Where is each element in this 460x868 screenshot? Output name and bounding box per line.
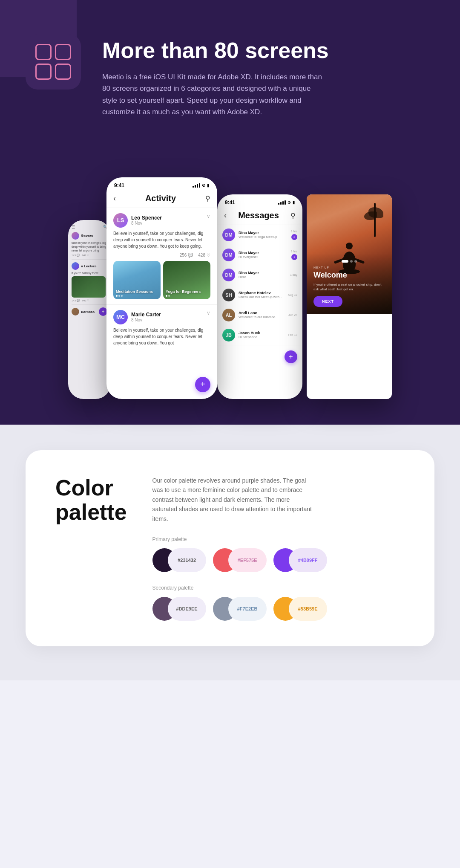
chevron2-icon: ∨ bbox=[207, 310, 210, 316]
meditation-label: Meditation Sessions bbox=[116, 289, 153, 294]
welcome-overlay: NEXT UP Welcome If you're offered a seat… bbox=[307, 253, 392, 314]
post-text: Believe in yourself, take on your challe… bbox=[113, 230, 210, 249]
secondary-swatch-3: #53B59E bbox=[273, 597, 327, 621]
signal-bars bbox=[193, 183, 200, 188]
search-button[interactable]: ⚲ bbox=[205, 194, 210, 203]
meditation-bg: Meditation Sessions bbox=[113, 261, 161, 299]
messages-back[interactable]: ‹ bbox=[224, 211, 227, 220]
msg-preview-2: Hi everyone! bbox=[239, 255, 287, 259]
slide-dot-2[interactable] bbox=[350, 260, 353, 263]
status-icons: ⊙ ▮ bbox=[193, 183, 210, 188]
fab-button[interactable]: + bbox=[195, 377, 210, 392]
phone-welcome: NEXT UP Welcome If you're offered a seat… bbox=[307, 194, 392, 399]
msg-content-4: Stephane Hotelev Check out this Meetup w… bbox=[239, 291, 285, 299]
post2-text: Believe in yourself, take on your challe… bbox=[113, 327, 210, 346]
slide-dot-3[interactable] bbox=[354, 260, 357, 263]
post-username: Leo Spencer bbox=[131, 215, 162, 221]
msg-name-1: Dina Mayer bbox=[239, 231, 287, 235]
activity-post-2: MC Marie Carter 8 Nov ∨ Believe in yours… bbox=[106, 305, 217, 355]
messages-time: 9:41 bbox=[225, 200, 235, 205]
msg-preview-6: Hi Stephane bbox=[239, 335, 285, 339]
next-up-label: NEXT UP bbox=[313, 266, 385, 269]
post2-date: 8 Nov bbox=[131, 318, 161, 322]
msg-avatar-3: DM bbox=[222, 269, 235, 281]
secondary-swatches: #DDE9EE #F7E2EB #53B59E bbox=[152, 597, 405, 621]
msg-item-4[interactable]: SH Stephane Hotelev Check out this Meetu… bbox=[217, 285, 302, 305]
left-post2-text: if you're halfway there bbox=[72, 271, 107, 275]
left-user2-name: n Lecluze bbox=[81, 264, 96, 268]
palette-description: Our color palette revolves around purple… bbox=[152, 476, 314, 524]
welcome-subtitle: If you're offered a seat on a rocket shi… bbox=[313, 282, 385, 292]
palm-decoration bbox=[366, 203, 383, 254]
screens-section: ☰ 🔍 Gaveau take on your challenges, dig … bbox=[0, 169, 460, 425]
msg-time-1: 3 hrs bbox=[290, 230, 297, 233]
dot-active bbox=[166, 295, 167, 297]
secondary-label-3: #53B59E bbox=[289, 597, 327, 621]
yoga-card[interactable]: Yoga for Beginners bbox=[163, 261, 210, 299]
swatch-label-1: #231432 bbox=[168, 548, 206, 572]
palette-title: Color palette bbox=[55, 476, 127, 524]
msg-name-2: Dina Mayer bbox=[239, 251, 287, 255]
avatar2: MC bbox=[113, 310, 128, 324]
phone-left-partial: ☰ 🔍 Gaveau take on your challenges, dig … bbox=[68, 220, 111, 399]
back-button[interactable]: ‹ bbox=[113, 194, 116, 203]
hero-title: More than 80 screens bbox=[102, 38, 434, 63]
msg-item-5[interactable]: AL Andi Lane Welcome to out Kilamba Jun … bbox=[217, 305, 302, 325]
msg-avatar-6: JB bbox=[222, 329, 235, 341]
logo-cell bbox=[55, 44, 71, 60]
msg-avatar-1: DM bbox=[222, 229, 235, 241]
battery-icon: ▮ bbox=[207, 183, 210, 188]
msg-time-5: Jun 27 bbox=[288, 313, 297, 316]
msg-content-6: Jason Buck Hi Stephane bbox=[239, 331, 285, 339]
secondary-label-1: #DDE9EE bbox=[168, 597, 206, 621]
messages-search[interactable]: ⚲ bbox=[290, 211, 296, 220]
msg-badge-2: 1 bbox=[291, 254, 297, 260]
primary-swatches: #231432 #EF575E #4B09FF bbox=[152, 548, 405, 572]
msg-item-1[interactable]: DM Dina Mayer Welcome to Yoga Meetup 3 h… bbox=[217, 225, 302, 245]
swatch-item-2: #EF575E bbox=[213, 548, 267, 572]
hero-logo bbox=[26, 34, 81, 90]
slide-dot-1[interactable] bbox=[342, 260, 348, 263]
avatar: LS bbox=[113, 213, 128, 228]
post-user: LS Leo Spencer 8 Nov bbox=[113, 213, 162, 228]
messages-fab[interactable]: + bbox=[285, 350, 297, 363]
status-time: 9:41 bbox=[114, 182, 124, 188]
msg-name-6: Jason Buck bbox=[239, 331, 285, 335]
hero-description: Meetio is a free iOS UI Kit made for Ado… bbox=[102, 71, 324, 118]
post-stats: 256 💬 428 ♡ bbox=[113, 253, 210, 258]
sunset-background: NEXT UP Welcome If you're offered a seat… bbox=[307, 194, 392, 314]
meditation-card[interactable]: Meditation Sessions bbox=[113, 261, 161, 299]
hero-section: More than 80 screens Meetio is a free iO… bbox=[0, 0, 460, 169]
swatch-item-3: #4B09FF bbox=[273, 548, 327, 572]
slide-dots bbox=[313, 260, 385, 263]
like-icon: ♡ bbox=[207, 253, 210, 258]
msg-time-6: Feb 13 bbox=[288, 333, 297, 336]
dot-active bbox=[116, 295, 118, 297]
msg-content-2: Dina Mayer Hi everyone! bbox=[239, 251, 287, 259]
status-bar: 9:41 ⊙ ▮ bbox=[106, 177, 217, 191]
yoga-bg: Yoga for Beginners bbox=[163, 261, 210, 299]
left-post1-text: take on your challenges, dig deep within… bbox=[72, 241, 107, 252]
next-button[interactable]: NEXT bbox=[313, 296, 342, 307]
msg-content-5: Andi Lane Welcome to out Kilamba bbox=[239, 311, 285, 319]
msg-item-6[interactable]: JB Jason Buck Hi Stephane Feb 13 bbox=[217, 325, 302, 345]
msg-content-1: Dina Mayer Welcome to Yoga Meetup bbox=[239, 231, 287, 239]
primary-palette-label: Primary palette bbox=[152, 536, 405, 542]
palette-section: Color palette Our color palette revolves… bbox=[0, 425, 460, 680]
left-user1-name: Gaveau bbox=[81, 234, 93, 237]
comment-count: 256 bbox=[180, 253, 187, 258]
msg-time-4: Aug 19 bbox=[288, 293, 297, 296]
welcome-title: Welcome bbox=[313, 271, 385, 280]
msg-item-3[interactable]: DM Dina Mayer Hello 1 day bbox=[217, 265, 302, 285]
messages-list: DM Dina Mayer Welcome to Yoga Meetup 3 h… bbox=[217, 225, 302, 345]
msg-item-2[interactable]: DM Dina Mayer Hi everyone! 9 hrs 1 bbox=[217, 245, 302, 265]
swatch-label-3: #4B09FF bbox=[289, 548, 327, 572]
msg-time-3: 1 day bbox=[290, 273, 297, 276]
secondary-label-2: #F7E2EB bbox=[228, 597, 267, 621]
left-user3-name: Barbosa bbox=[81, 310, 95, 314]
messages-status-icons: ⊙ ▮ bbox=[278, 200, 295, 205]
logo-cell bbox=[35, 44, 52, 60]
msg-avatar-5: AL bbox=[222, 309, 235, 321]
messages-status-bar: 9:41 ⊙ ▮ bbox=[217, 194, 302, 208]
msg-content-3: Dina Mayer Hello bbox=[239, 271, 287, 279]
